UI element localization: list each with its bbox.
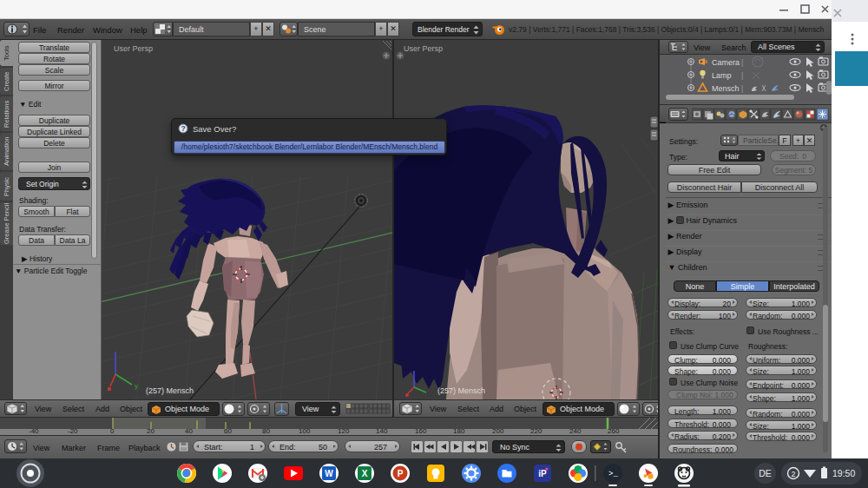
svg-text:P: P (398, 469, 404, 478)
svg-text:iP: iP (538, 469, 547, 478)
svg-text:Camera: Camera (712, 58, 740, 67)
svg-text:>_: >_ (608, 470, 618, 478)
svg-text:(257) Mensch: (257) Mensch (437, 386, 485, 395)
svg-text:|: | (741, 58, 743, 67)
svg-text:|: | (741, 71, 743, 80)
svg-text:2: 2 (791, 470, 795, 478)
svg-text:X: X (362, 469, 368, 478)
svg-text:User Persp: User Persp (404, 44, 443, 53)
svg-text:W: W (325, 469, 333, 478)
svg-text:|: | (741, 84, 743, 93)
svg-text:19:50: 19:50 (832, 468, 855, 478)
svg-text:DE: DE (759, 468, 772, 478)
svg-text:(257) Mensch: (257) Mensch (146, 386, 194, 395)
svg-text:User Persp: User Persp (114, 44, 153, 53)
svg-text:Lamp: Lamp (712, 71, 732, 80)
svg-text:y: y (135, 382, 138, 390)
svg-text:Mensch: Mensch (712, 84, 740, 93)
svg-text:?: ? (181, 124, 185, 133)
